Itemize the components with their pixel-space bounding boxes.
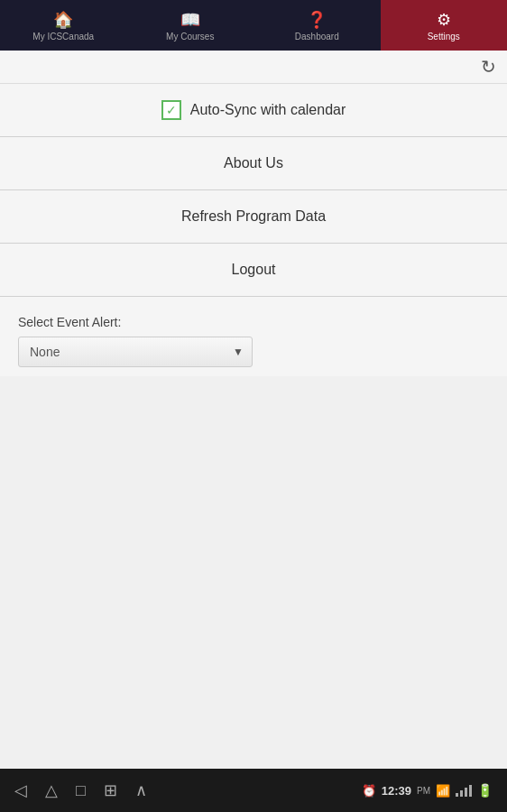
tab-settings-label: Settings (428, 32, 460, 42)
tab-my-courses-label: My Courses (166, 32, 214, 42)
alarm-icon: ⏰ (362, 784, 376, 798)
home-icon[interactable]: △ (45, 780, 58, 800)
about-us-label: About Us (224, 155, 283, 171)
settings-icon: ⚙ (437, 10, 451, 30)
refresh-bar: ↻ (0, 51, 507, 84)
tab-settings[interactable]: ⚙ Settings (381, 0, 508, 51)
refresh-program-label: Refresh Program Data (181, 208, 326, 225)
auto-sync-label: Auto-Sync with calendar (190, 102, 346, 118)
bottom-nav-icons: ◁ △ □ ⊞ ∧ (14, 780, 147, 800)
status-bar: ⏰ 12:39 PM 📶 🔋 (362, 783, 493, 798)
select-event-alert-section: Select Event Alert: None 15 minutes 30 m… (0, 297, 507, 376)
qr-icon[interactable]: ⊞ (104, 780, 117, 800)
logout-label: Logout (232, 262, 276, 278)
about-us-row[interactable]: About Us (0, 137, 507, 190)
home-icon: 🏠 (53, 10, 73, 30)
auto-sync-checkbox[interactable]: ✓ Auto-Sync with calendar (161, 100, 346, 120)
auto-sync-row[interactable]: ✓ Auto-Sync with calendar (0, 84, 507, 137)
back-icon[interactable]: ◁ (14, 780, 27, 800)
signal-bars (456, 784, 472, 797)
top-navigation: 🏠 My ICSCanada 📖 My Courses ❓ Dashboard … (0, 0, 507, 51)
signal-bar-4 (469, 785, 472, 797)
settings-content: ✓ Auto-Sync with calendar About Us Refre… (0, 84, 507, 376)
select-event-alert-label: Select Event Alert: (18, 315, 489, 329)
tab-dashboard-label: Dashboard (295, 32, 339, 42)
signal-bar-1 (456, 793, 458, 797)
time-display: 12:39 (382, 784, 411, 798)
tab-my-ics-label: My ICSCanada (32, 32, 94, 42)
wifi-icon: 📶 (436, 784, 450, 798)
courses-icon: 📖 (180, 10, 200, 30)
tab-my-courses[interactable]: 📖 My Courses (127, 0, 254, 51)
tab-my-ics[interactable]: 🏠 My ICSCanada (0, 0, 127, 51)
ampm-display: PM (417, 786, 430, 796)
signal-bar-2 (460, 790, 463, 797)
signal-bar-3 (465, 788, 467, 797)
checkbox-icon: ✓ (161, 100, 181, 120)
battery-icon: 🔋 (477, 783, 493, 798)
recents-icon[interactable]: □ (76, 781, 86, 800)
refresh-button[interactable]: ↻ (481, 58, 496, 76)
system-bottom-bar: ◁ △ □ ⊞ ∧ ⏰ 12:39 PM 📶 🔋 (0, 769, 507, 812)
select-wrapper: None 15 minutes 30 minutes 1 hour 2 hour… (18, 337, 253, 367)
refresh-program-row[interactable]: Refresh Program Data (0, 190, 507, 244)
tab-dashboard[interactable]: ❓ Dashboard (254, 0, 381, 51)
logout-row[interactable]: Logout (0, 244, 507, 297)
up-icon[interactable]: ∧ (135, 780, 147, 800)
dashboard-icon: ❓ (307, 10, 327, 30)
event-alert-select[interactable]: None 15 minutes 30 minutes 1 hour 2 hour… (18, 337, 253, 367)
